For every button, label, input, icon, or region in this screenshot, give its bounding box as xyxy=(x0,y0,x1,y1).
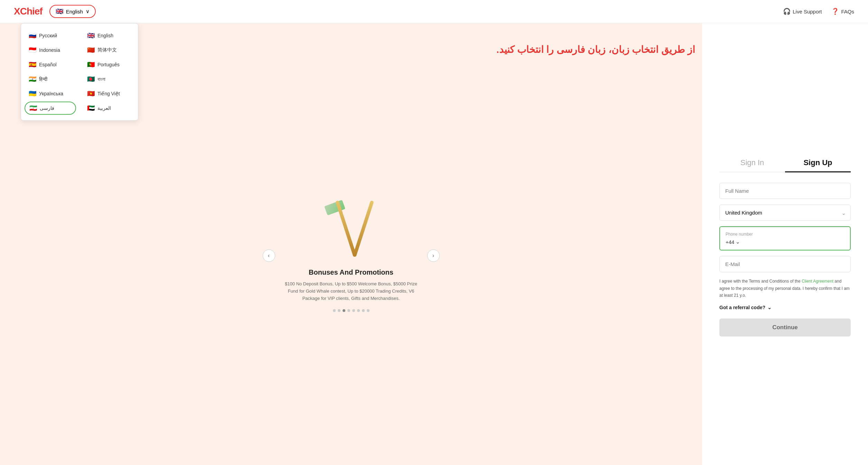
dot-4[interactable] xyxy=(347,309,350,312)
header-left: XChief 🇬🇧 English ∨ xyxy=(14,5,96,18)
en-flag-icon: 🇬🇧 xyxy=(87,32,95,39)
lang-flag-icon: 🇬🇧 xyxy=(56,8,63,15)
country-select-wrapper: United Kingdom United States Germany Fra… xyxy=(719,205,851,221)
vi-flag-icon: 🇻🇳 xyxy=(87,90,95,97)
logo[interactable]: XChief xyxy=(14,6,43,17)
phone-input-container: Phone number +44 ⌄ xyxy=(719,226,851,250)
language-selector[interactable]: 🇬🇧 English ∨ xyxy=(49,5,96,18)
vi-label: Tiếng Việt xyxy=(97,91,120,96)
question-icon: ❓ xyxy=(831,8,839,15)
hi-flag-icon: 🇮🇳 xyxy=(29,75,36,83)
carousel-description: $100 No Deposit Bonus, Up to $500 Welcom… xyxy=(282,281,420,302)
terms-prefix: I agree with the Terms and Conditions of… xyxy=(719,279,802,284)
left-panel: 🇷🇺 Русский 🇬🇧 English 🇮🇩 Indonesia 🇨🇳 简体… xyxy=(0,23,702,465)
es-label: Español xyxy=(39,62,57,67)
fa-flag-icon: 🇮🇷 xyxy=(29,104,37,112)
referral-label: Got a referral code? xyxy=(719,305,765,310)
uk-label: Українська xyxy=(39,91,63,96)
dot-8[interactable] xyxy=(367,309,370,312)
ar-flag-icon: 🇦🇪 xyxy=(87,104,95,112)
pt-flag-icon: 🇵🇹 xyxy=(87,61,95,68)
lang-chevron-icon: ∨ xyxy=(86,8,90,15)
lang-label: English xyxy=(66,9,83,15)
lang-item-bn[interactable]: 🇧🇩 বাংলা xyxy=(83,73,134,86)
tab-signup[interactable]: Sign Up xyxy=(785,154,851,172)
lang-item-en[interactable]: 🇬🇧 English xyxy=(83,29,134,42)
referral-code-toggle[interactable]: Got a referral code? ⌄ xyxy=(719,305,851,310)
email-group xyxy=(719,256,851,272)
dot-2[interactable] xyxy=(338,309,340,312)
fullname-group xyxy=(719,183,851,199)
continue-button[interactable]: Continue xyxy=(719,319,851,336)
lang-item-hi[interactable]: 🇮🇳 हिन्दी xyxy=(25,73,76,86)
lang-item-ar[interactable]: 🇦🇪 العربية xyxy=(83,102,134,115)
email-input[interactable] xyxy=(719,256,851,272)
ru-label: Русский xyxy=(39,33,57,38)
phone-code-selector[interactable]: +44 ⌄ xyxy=(726,239,740,245)
lang-item-uk[interactable]: 🇺🇦 Українська xyxy=(25,87,76,100)
language-dropdown: 🇷🇺 Русский 🇬🇧 English 🇮🇩 Indonesia 🇨🇳 简体… xyxy=(21,23,138,121)
header: XChief 🇬🇧 English ∨ 🎧 Live Support ❓ FAQ… xyxy=(0,0,868,23)
ar-label: العربية xyxy=(97,105,111,111)
phone-code-value: +44 xyxy=(726,239,734,245)
client-agreement-link[interactable]: Client Agreement xyxy=(802,279,833,284)
carousel-content: Bonuses And Promotions $100 No Deposit B… xyxy=(282,199,420,312)
persian-annotation: از طریق انتخاب زبان، زبان فارسی را انتخا… xyxy=(496,44,695,55)
carousel-area: ‹ Bonuses And Promotions $100 No Deposit… xyxy=(263,199,440,312)
dot-7[interactable] xyxy=(362,309,365,312)
es-flag-icon: 🇪🇸 xyxy=(29,61,36,68)
phone-group: Phone number +44 ⌄ xyxy=(719,226,851,250)
auth-tabs: Sign In Sign Up xyxy=(719,154,851,172)
lang-item-es[interactable]: 🇪🇸 Español xyxy=(25,58,76,71)
country-select[interactable]: United Kingdom United States Germany Fra… xyxy=(719,205,851,221)
dot-3[interactable] xyxy=(343,309,345,312)
headset-icon: 🎧 xyxy=(783,8,791,15)
referral-chevron-icon: ⌄ xyxy=(767,305,772,310)
logo-x: X xyxy=(14,6,20,17)
zh-flag-icon: 🇨🇳 xyxy=(87,46,95,54)
carousel-dots xyxy=(282,309,420,312)
bn-label: বাংলা xyxy=(97,76,105,82)
dot-5[interactable] xyxy=(352,309,355,312)
header-right: 🎧 Live Support ❓ FAQs xyxy=(783,8,854,15)
lang-item-zh[interactable]: 🇨🇳 简体中文 xyxy=(83,44,134,57)
signup-form: Sign In Sign Up United Kingdom United St… xyxy=(719,154,851,336)
logo-text: Chief xyxy=(20,6,43,17)
carousel-next-button[interactable]: › xyxy=(427,249,440,262)
phone-label: Phone number xyxy=(726,232,844,237)
lang-item-vi[interactable]: 🇻🇳 Tiếng Việt xyxy=(83,87,134,100)
hi-label: हिन्दी xyxy=(39,76,47,82)
en-label: English xyxy=(97,33,113,38)
carousel-prev-button[interactable]: ‹ xyxy=(263,249,275,262)
id-flag-icon: 🇮🇩 xyxy=(29,46,36,54)
terms-text: I agree with the Terms and Conditions of… xyxy=(719,278,851,299)
faqs-label: FAQs xyxy=(841,9,854,15)
zh-label: 简体中文 xyxy=(97,47,117,53)
lang-item-ru[interactable]: 🇷🇺 Русский xyxy=(25,29,76,42)
carousel-image xyxy=(320,199,382,262)
uk-flag-icon: 🇺🇦 xyxy=(29,90,36,97)
pt-label: Português xyxy=(97,62,120,67)
fullname-input[interactable] xyxy=(719,183,851,199)
lang-item-pt[interactable]: 🇵🇹 Português xyxy=(83,58,134,71)
ru-flag-icon: 🇷🇺 xyxy=(29,32,36,39)
faqs-link[interactable]: ❓ FAQs xyxy=(831,8,854,15)
dot-6[interactable] xyxy=(357,309,360,312)
right-panel: Sign In Sign Up United Kingdom United St… xyxy=(702,23,868,465)
bn-flag-icon: 🇧🇩 xyxy=(87,75,95,83)
carousel-title: Bonuses And Promotions xyxy=(282,268,420,276)
phone-number-input[interactable] xyxy=(743,239,844,245)
dot-1[interactable] xyxy=(333,309,336,312)
live-support-link[interactable]: 🎧 Live Support xyxy=(783,8,822,15)
lang-item-fa[interactable]: 🇮🇷 فارسی xyxy=(25,102,76,115)
fa-label: فارسی xyxy=(40,105,54,111)
tab-signin[interactable]: Sign In xyxy=(719,154,785,172)
live-support-label: Live Support xyxy=(793,9,822,15)
id-label: Indonesia xyxy=(39,47,60,53)
country-group: United Kingdom United States Germany Fra… xyxy=(719,205,851,221)
phone-row: +44 ⌄ xyxy=(726,239,844,245)
main-content: 🇷🇺 Русский 🇬🇧 English 🇮🇩 Indonesia 🇨🇳 简体… xyxy=(0,23,868,465)
phone-code-chevron-icon: ⌄ xyxy=(736,239,740,245)
lang-item-id[interactable]: 🇮🇩 Indonesia xyxy=(25,44,76,57)
